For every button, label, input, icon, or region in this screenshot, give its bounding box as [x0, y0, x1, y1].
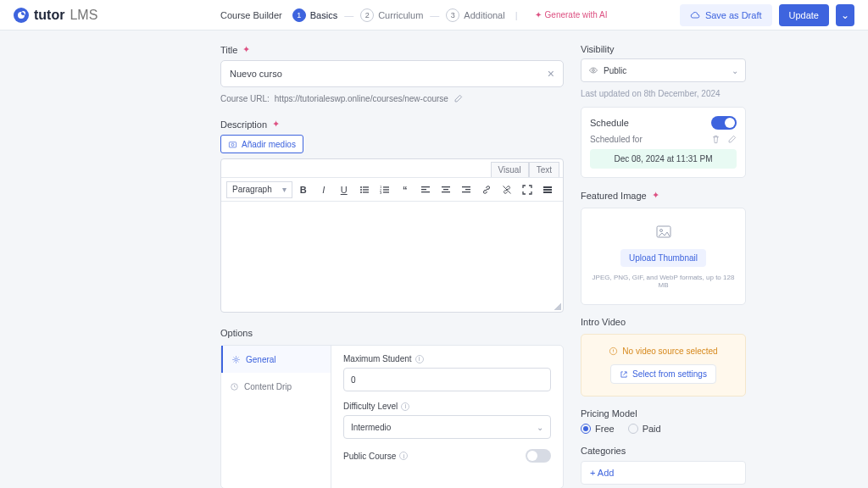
align-left-button[interactable]: [416, 180, 435, 199]
step-curriculum[interactable]: 2Curriculum: [360, 8, 423, 22]
chevron-down-icon: ▾: [282, 185, 287, 194]
svg-point-6: [360, 191, 362, 193]
schedule-toggle[interactable]: [711, 116, 737, 130]
sparkle-icon[interactable]: ✦: [272, 119, 280, 130]
fullscreen-button[interactable]: [518, 180, 537, 199]
video-warning: No video source selected: [590, 347, 737, 356]
svg-point-28: [593, 69, 595, 72]
svg-rect-0: [229, 141, 236, 147]
featured-image-label: Featured Image: [581, 191, 647, 201]
edit-url-icon[interactable]: [453, 94, 463, 103]
svg-rect-3: [363, 186, 369, 187]
bold-button[interactable]: B: [294, 180, 313, 199]
difficulty-label: Difficulty Level: [343, 402, 398, 411]
rich-editor: Visual Text Paragraph▾ B I U 123 “: [220, 158, 564, 313]
quote-button[interactable]: “: [396, 180, 415, 199]
svg-rect-22: [462, 191, 470, 192]
logo-icon: [14, 8, 29, 23]
pricing-free-radio[interactable]: Free: [581, 424, 615, 434]
options-tab-drip[interactable]: Content Drip: [221, 373, 331, 400]
public-course-toggle[interactable]: [526, 449, 551, 463]
gear-icon: [231, 355, 241, 364]
bullet-list-button[interactable]: [355, 180, 374, 199]
camera-icon: [228, 140, 237, 149]
info-icon[interactable]: i: [401, 402, 409, 411]
add-media-button[interactable]: Añadir medios: [220, 135, 303, 153]
generate-ai-button[interactable]: ✦ Generate with AI: [535, 10, 608, 19]
right-column: Visibility Public ⌄ Last updated on 8th …: [581, 44, 746, 488]
chevron-down-icon: ⌄: [841, 9, 849, 21]
visibility-label: Visibility: [581, 44, 746, 54]
main: Title ✦ Nuevo curso × Course URL: https:…: [0, 30, 868, 488]
edit-icon[interactable]: [727, 135, 737, 144]
align-right-button[interactable]: [457, 180, 476, 199]
visibility-select[interactable]: Public ⌄: [581, 58, 746, 82]
svg-rect-19: [442, 191, 450, 192]
pricing-section: Pricing Model Free Paid: [581, 408, 746, 434]
header-center: Course Builder 1Basics — 2Curriculum — 3…: [220, 8, 607, 22]
sparkle-icon[interactable]: ✦: [652, 190, 659, 201]
info-icon[interactable]: i: [399, 452, 408, 460]
schedule-label: Schedule: [590, 118, 629, 128]
cloud-icon: [690, 10, 700, 20]
trash-icon[interactable]: [711, 135, 721, 144]
step-basics[interactable]: 1Basics: [292, 8, 337, 22]
save-draft-button[interactable]: Save as Draft: [680, 4, 772, 26]
ordered-list-button[interactable]: 123: [376, 180, 394, 199]
update-dropdown-toggle[interactable]: ⌄: [836, 4, 854, 26]
logo: tutor LMS: [14, 8, 97, 23]
thumbnail-dropzone[interactable]: Upload Thumbnail JPEG, PNG, GIF, and Web…: [581, 208, 746, 305]
toolbar-toggle-button[interactable]: [538, 180, 557, 199]
options-section: Options General Content Drip Maximum Stu…: [220, 328, 564, 488]
svg-point-26: [235, 358, 237, 360]
clear-title-icon[interactable]: ×: [548, 67, 554, 80]
svg-rect-7: [363, 191, 369, 192]
last-updated: Last updated on 8th December, 2024: [581, 89, 746, 98]
format-select[interactable]: Paragraph▾: [226, 181, 292, 198]
info-icon[interactable]: i: [415, 355, 424, 363]
svg-rect-17: [442, 186, 450, 187]
svg-rect-5: [363, 189, 369, 190]
max-student-input[interactable]: 0: [343, 368, 551, 391]
tab-text[interactable]: Text: [529, 162, 559, 177]
link-button[interactable]: [477, 180, 496, 199]
intro-video-section: Intro Video No video source selected Sel…: [581, 317, 746, 396]
svg-rect-15: [421, 189, 426, 190]
editor-textarea[interactable]: [221, 202, 563, 312]
svg-point-30: [659, 230, 662, 232]
add-category-button[interactable]: + Add: [581, 461, 746, 485]
categories-label: Categories: [581, 446, 746, 456]
pricing-paid-radio[interactable]: Paid: [628, 424, 661, 434]
clock-icon: [230, 382, 239, 391]
svg-rect-18: [443, 189, 448, 190]
svg-text:3: 3: [380, 191, 382, 195]
logo-suffix: LMS: [70, 8, 97, 23]
upload-thumbnail-button[interactable]: Upload Thumbnail: [620, 249, 706, 267]
title-label: Title ✦: [220, 44, 564, 55]
step-additional[interactable]: 3Additional: [446, 8, 504, 22]
featured-image-section: Featured Image✦ Upload Thumbnail JPEG, P…: [581, 190, 746, 305]
sparkle-icon[interactable]: ✦: [242, 44, 250, 55]
italic-button[interactable]: I: [314, 180, 333, 199]
thumbnail-note: JPEG, PNG, GIF, and WebP formats, up to …: [590, 274, 737, 289]
options-tab-general[interactable]: General: [221, 346, 331, 373]
difficulty-select[interactable]: Intermedio⌄: [343, 415, 551, 439]
underline-button[interactable]: U: [335, 180, 353, 199]
unlink-button[interactable]: [498, 180, 516, 199]
title-input[interactable]: Nuevo curso ×: [220, 60, 564, 87]
svg-rect-13: [383, 191, 389, 192]
update-button[interactable]: Update: [779, 4, 829, 26]
svg-rect-9: [383, 186, 389, 187]
top-bar: tutor LMS Course Builder 1Basics — 2Curr…: [0, 0, 868, 30]
scheduled-for-label: Scheduled for: [590, 135, 643, 144]
image-icon: [655, 224, 672, 241]
categories-section: Categories + Add: [581, 446, 746, 485]
sparkle-icon: ✦: [535, 10, 542, 19]
tab-visual[interactable]: Visual: [491, 162, 529, 177]
align-center-button[interactable]: [437, 180, 455, 199]
select-from-settings-button[interactable]: Select from settings: [610, 364, 716, 384]
chevron-down-icon: ⌄: [732, 66, 738, 75]
pricing-label: Pricing Model: [581, 408, 746, 419]
options-body: Maximum Studenti 0 Difficulty Leveli Int…: [331, 346, 563, 488]
svg-rect-11: [383, 189, 389, 190]
